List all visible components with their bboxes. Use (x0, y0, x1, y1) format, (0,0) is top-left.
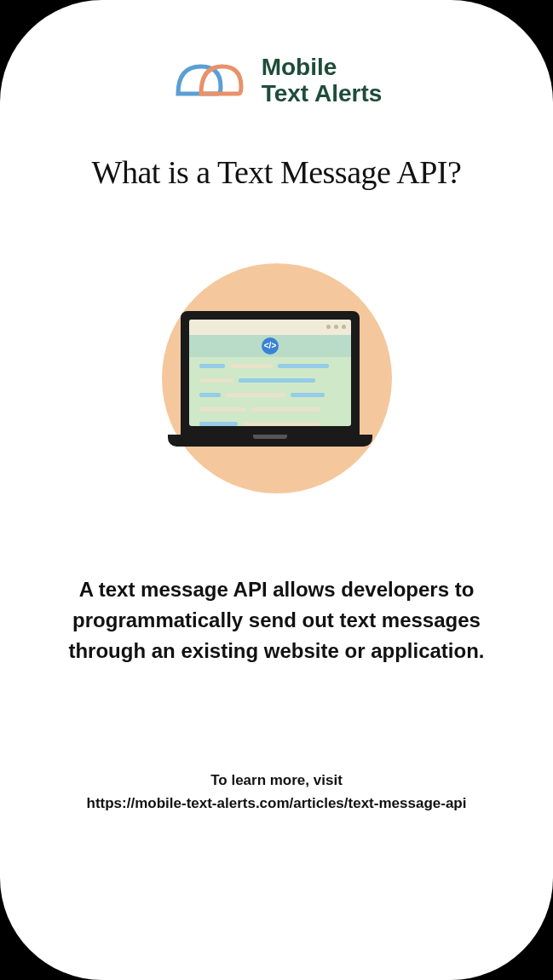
laptop-notch (253, 435, 287, 439)
code-line (199, 407, 246, 412)
logo-icon (171, 51, 248, 111)
code-line (230, 364, 273, 368)
code-line (251, 407, 320, 412)
headline: What is a Text Message API? (92, 153, 462, 191)
code-line (278, 364, 329, 368)
info-card: Mobile Text Alerts What is a Text Messag… (0, 0, 553, 980)
browser-dot (326, 325, 331, 329)
code-line (199, 422, 238, 426)
code-header: </> (189, 335, 351, 357)
logo-text-line2: Text Alerts (262, 81, 383, 107)
code-line (199, 378, 233, 383)
logo: Mobile Text Alerts (171, 51, 383, 111)
footer-url: https://mobile-text-alerts.com/articles/… (87, 792, 467, 815)
laptop-base (168, 435, 372, 447)
screen-content: </> (189, 320, 351, 426)
browser-dot (342, 325, 346, 329)
browser-bar (189, 320, 351, 335)
laptop-icon: </> (181, 311, 372, 447)
code-line (243, 422, 320, 426)
code-line (291, 393, 325, 397)
logo-text-line1: Mobile (262, 55, 383, 81)
code-line (199, 393, 221, 397)
footer-intro: To learn more, visit (87, 769, 467, 792)
code-line (239, 378, 315, 383)
code-icon: </> (262, 337, 279, 355)
laptop-illustration: </> (158, 259, 396, 498)
laptop-screen: </> (181, 311, 360, 435)
footer: To learn more, visit https://mobile-text… (87, 769, 467, 815)
logo-text: Mobile Text Alerts (262, 55, 383, 107)
browser-dot (334, 325, 338, 329)
description: A text message API allows developers to … (47, 574, 507, 666)
code-lines (189, 357, 351, 426)
code-line (226, 393, 285, 397)
code-line (199, 364, 225, 368)
